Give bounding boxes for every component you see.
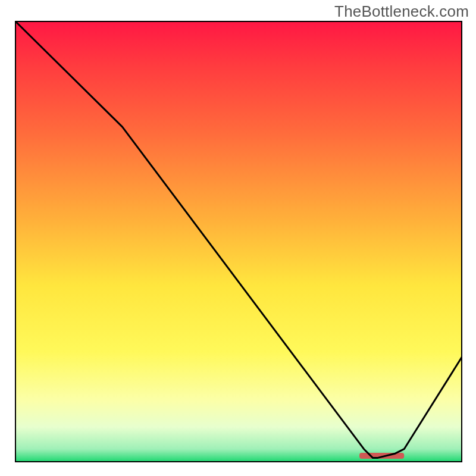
chart-svg — [15, 21, 462, 462]
chart-frame: TheBottleneck.com — [0, 0, 476, 476]
watermark-text: TheBottleneck.com — [334, 2, 469, 21]
plot-area — [15, 21, 462, 462]
minimum-marker — [359, 453, 404, 459]
